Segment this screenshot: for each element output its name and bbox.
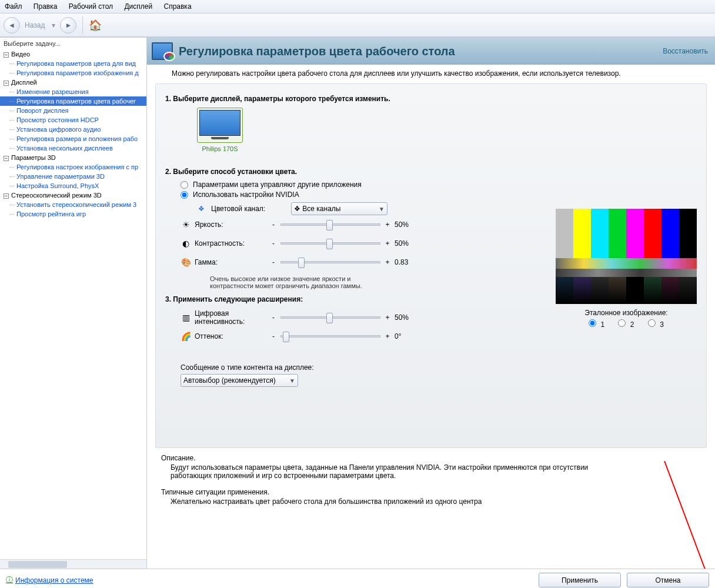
menu-help[interactable]: Справка <box>163 2 191 11</box>
radio-nvidia[interactable] <box>181 191 188 199</box>
page-title: Регулировка параметров цвета рабочего ст… <box>179 45 455 58</box>
intensity-label: Цифровая интенсивность: <box>195 309 270 326</box>
apply-button[interactable]: Применить <box>539 573 621 587</box>
back-label: Назад <box>25 21 45 29</box>
tree-item[interactable]: Поворот дисплея <box>0 106 146 115</box>
sidebar-title: Выберите задачу... <box>0 38 146 49</box>
tree-item[interactable]: Просмотр рейтинга игр <box>0 209 146 219</box>
step1-title: 1. Выберите дисплей, параметры которого … <box>165 95 544 103</box>
brightness-slider[interactable] <box>280 223 380 226</box>
tree-category[interactable]: −Стереоскопический режим 3D <box>0 191 146 200</box>
radio-nvidia-label: Использовать настройки NVIDIA <box>193 191 299 199</box>
brightness-icon: ☀ <box>181 220 191 229</box>
ref-radio-2[interactable] <box>618 319 626 327</box>
contrast-slider[interactable] <box>280 242 380 245</box>
contrast-icon: ◐ <box>181 239 191 248</box>
usecase-heading: Типичные ситуации применения. <box>161 488 701 496</box>
reference-title: Эталонное изображение: <box>556 309 697 317</box>
cancel-button[interactable]: Отмена <box>627 573 709 587</box>
menu-edit[interactable]: Правка <box>34 2 58 11</box>
gamma-slider[interactable] <box>280 261 380 263</box>
content-type-combo[interactable]: Автовыбор (рекомендуется)▼ <box>181 374 298 387</box>
hue-value: 0° <box>395 332 418 340</box>
hue-slider[interactable] <box>280 335 380 338</box>
hue-icon: 🌈 <box>181 332 191 341</box>
home-icon[interactable]: 🏠 <box>89 19 102 32</box>
tree-item[interactable]: Установка нескольких дисплеев <box>0 143 146 153</box>
contrast-value: 50% <box>395 239 418 248</box>
contrast-label: Контрастность: <box>195 239 270 248</box>
tree-item[interactable]: Настройка Surround, PhysX <box>0 181 146 191</box>
menu-file[interactable]: Файл <box>5 2 22 11</box>
radio-other-apps[interactable] <box>181 181 188 189</box>
gamma-label: Гамма: <box>195 258 270 266</box>
tree-item[interactable]: Просмотр состояния HDCP <box>0 115 146 125</box>
menu-desktop[interactable]: Рабочий стол <box>69 2 113 11</box>
step3-title: 3. Применить следующие расширения: <box>165 295 544 303</box>
back-dropdown-icon[interactable]: ▾ <box>52 21 55 29</box>
gamma-icon: 🎨 <box>181 258 191 267</box>
channel-label: Цветовой канал: <box>211 205 286 213</box>
tree-item[interactable]: Регулировка размера и положения рабо <box>0 134 146 143</box>
usecase-text: Желательно настраивать цвет рабочего сто… <box>171 497 594 506</box>
gamma-note: Очень высокое или низкое значение яркост… <box>210 275 375 289</box>
toolbar-separator <box>82 16 83 34</box>
toolbar: ◄ Назад ▾ ► 🏠 <box>0 14 715 37</box>
tree-item[interactable]: Установка цифрового аудио <box>0 125 146 134</box>
menu-display[interactable]: Дисплей <box>124 2 152 11</box>
ref-radio-3[interactable] <box>648 319 656 327</box>
settings-panel: 1. Выберите дисплей, параметры которого … <box>155 83 707 448</box>
monitor-icon <box>197 108 243 143</box>
ref-radio-1[interactable] <box>589 319 596 327</box>
channel-icon: ❖ <box>196 205 206 213</box>
channel-combo[interactable]: ❖ Все каналы▼ <box>291 202 387 215</box>
tree-category[interactable]: −Параметры 3D <box>0 153 146 162</box>
sidebar-hscrollbar[interactable] <box>0 559 146 569</box>
radio-other-apps-label: Параметрами цвета управляют другие прило… <box>193 181 362 189</box>
tree-category[interactable]: −Видео <box>0 49 146 59</box>
tree-item[interactable]: Управление параметрами 3D <box>0 172 146 181</box>
tree-item[interactable]: Регулировка настроек изображения с пр <box>0 162 146 172</box>
description-heading: Описание. <box>161 454 701 462</box>
menu-bar: Файл Правка Рабочий стол Дисплей Справка <box>0 0 715 14</box>
tree-item[interactable]: Изменение разрешения <box>0 87 146 96</box>
content: Регулировка параметров цвета рабочего ст… <box>147 38 715 569</box>
brightness-label: Яркость: <box>195 220 270 229</box>
sidebar: Выберите задачу... −ВидеоРегулировка пар… <box>0 38 147 569</box>
brightness-value: 50% <box>395 220 418 229</box>
page-header: Регулировка параметров цвета рабочего ст… <box>147 38 715 65</box>
restore-link[interactable]: Восстановить <box>663 47 708 55</box>
forward-button[interactable]: ► <box>60 17 76 34</box>
gamma-value: 0.83 <box>395 258 418 266</box>
header-monitor-icon <box>152 42 173 60</box>
display-selector[interactable]: Philips 170S <box>188 108 252 152</box>
task-tree: −ВидеоРегулировка параметров цвета для в… <box>0 49 146 559</box>
intensity-icon: ▥ <box>181 313 191 322</box>
info-icon: ⓘ <box>6 575 13 585</box>
tree-item[interactable]: Регулировка параметров изображения д <box>0 68 146 78</box>
hue-label: Оттенок: <box>195 332 270 340</box>
intensity-value: 50% <box>395 313 418 322</box>
intensity-slider[interactable] <box>280 316 380 319</box>
system-info-link[interactable]: ⓘ Информация о системе <box>6 575 93 585</box>
description-text: Будут использоваться параметры цвета, за… <box>171 463 594 480</box>
step2-title: 2. Выберите способ установки цвета. <box>165 168 544 176</box>
monitor-label: Philips 170S <box>188 145 252 152</box>
tree-category[interactable]: −Дисплей <box>0 78 146 87</box>
tree-item[interactable]: Регулировка параметров цвета для вид <box>0 59 146 68</box>
tree-item[interactable]: Установить стереоскопический режим 3 <box>0 200 146 209</box>
footer: ⓘ Информация о системе Применить Отмена <box>0 569 715 588</box>
content-type-label: Сообщение о типе контента на дисплее: <box>181 363 544 372</box>
page-description: Можно регулировать настройки цвета рабоч… <box>147 65 715 80</box>
reference-image <box>556 209 697 304</box>
back-button[interactable]: ◄ <box>4 17 20 34</box>
tree-item[interactable]: Регулировка параметров цвета рабочег <box>0 96 146 106</box>
